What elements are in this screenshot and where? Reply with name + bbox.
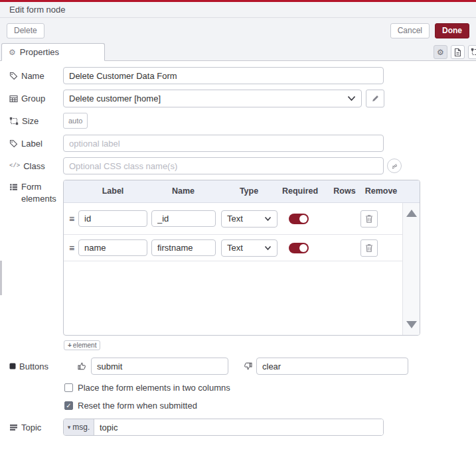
element-label-input[interactable] bbox=[78, 239, 147, 256]
form-elements-list: ≡ Text bbox=[64, 203, 402, 335]
form-element-row: ≡ Text bbox=[64, 235, 402, 261]
field-row-name: Name bbox=[9, 67, 476, 84]
code-icon: </> bbox=[9, 163, 20, 169]
plus-icon: + bbox=[68, 342, 72, 349]
dialog-toolbar: Delete Cancel Done bbox=[0, 18, 476, 43]
tab-actions: ⚙ bbox=[434, 45, 476, 59]
thumbs-down-icon bbox=[243, 362, 252, 371]
scroll-up-icon[interactable] bbox=[406, 210, 417, 217]
field-row-buttons: Buttons bbox=[9, 358, 476, 375]
appearance-group-button[interactable] bbox=[468, 45, 476, 59]
remove-element-button[interactable] bbox=[360, 210, 378, 228]
toggle-knob bbox=[299, 244, 307, 252]
msg-prefix-label: msg. bbox=[72, 423, 90, 432]
left-edge-notch bbox=[0, 261, 2, 295]
caret-down-icon: ▾ bbox=[68, 424, 71, 430]
tabs-bar: ⚙ Properties ⚙ bbox=[0, 43, 476, 61]
object-group-icon bbox=[471, 48, 476, 56]
reset-label: Reset the form when submitted bbox=[78, 401, 197, 411]
class-helper-button[interactable] bbox=[387, 159, 402, 173]
gear-icon: ⚙ bbox=[9, 48, 16, 57]
dialog-titlebar: Edit form node bbox=[0, 2, 476, 18]
clear-button-text-input[interactable] bbox=[256, 358, 408, 375]
list-icon bbox=[9, 183, 18, 191]
label-input[interactable] bbox=[63, 135, 384, 152]
group-label: Group bbox=[9, 94, 63, 103]
square-icon bbox=[9, 363, 16, 369]
size-label: Size bbox=[9, 116, 63, 126]
element-name-input[interactable] bbox=[151, 239, 216, 256]
field-row-class: </> Class bbox=[9, 157, 476, 174]
col-header-rows: Rows bbox=[333, 186, 355, 196]
object-group-icon bbox=[9, 117, 19, 125]
toggle-knob bbox=[299, 215, 307, 223]
delete-button[interactable]: Delete bbox=[7, 23, 44, 38]
tag-icon bbox=[9, 72, 18, 80]
size-value-button[interactable]: auto bbox=[63, 113, 88, 129]
remove-element-button[interactable] bbox=[360, 239, 378, 257]
tasks-icon bbox=[9, 424, 18, 431]
trash-icon bbox=[365, 243, 373, 253]
description-doc-button[interactable] bbox=[451, 45, 465, 59]
tab-properties[interactable]: ⚙ Properties bbox=[1, 43, 105, 61]
drag-handle-icon[interactable]: ≡ bbox=[69, 243, 77, 253]
label-label: Label bbox=[9, 139, 63, 149]
field-row-size: Size auto bbox=[9, 113, 476, 129]
class-input[interactable] bbox=[63, 157, 384, 174]
tab-properties-label: Properties bbox=[20, 47, 59, 57]
tag-icon bbox=[9, 139, 18, 148]
element-label-input[interactable] bbox=[78, 210, 147, 227]
edit-group-button[interactable] bbox=[366, 90, 384, 107]
col-header-label: Label bbox=[102, 186, 124, 196]
group-select[interactable]: Delete customer [home] bbox=[63, 90, 362, 107]
dialog-title: Edit form node bbox=[9, 5, 66, 15]
properties-panel: Name Group Delete customer [home] bbox=[0, 61, 476, 436]
two-columns-option: Place the form elements in two columns bbox=[64, 383, 476, 393]
cancel-button[interactable]: Cancel bbox=[390, 23, 430, 38]
buttons-label: Buttons bbox=[9, 362, 63, 371]
col-header-type: Type bbox=[240, 186, 258, 196]
submit-button-text-input[interactable] bbox=[91, 358, 228, 375]
add-element-button[interactable]: +element bbox=[64, 340, 100, 350]
required-toggle[interactable] bbox=[289, 214, 309, 224]
element-type-select[interactable]: Text bbox=[221, 239, 278, 257]
name-input[interactable] bbox=[63, 67, 384, 84]
document-icon bbox=[453, 48, 462, 57]
edit-form-node-dialog: Edit form node Delete Cancel Done ⚙ Prop… bbox=[0, 0, 476, 436]
list-scrollbar[interactable] bbox=[402, 203, 420, 335]
check-icon: ✓ bbox=[66, 403, 71, 409]
element-type-select[interactable]: Text bbox=[221, 210, 278, 228]
done-button[interactable]: Done bbox=[435, 23, 469, 38]
form-elements-table: Label Name Type Required Rows Remove ≡ bbox=[63, 180, 420, 336]
topic-label: Topic bbox=[9, 423, 63, 432]
gear-icon: ⚙ bbox=[437, 48, 444, 57]
scroll-down-icon[interactable] bbox=[406, 321, 417, 328]
table-icon bbox=[9, 95, 18, 103]
chevron-down-icon bbox=[347, 96, 356, 101]
col-header-name: Name bbox=[172, 186, 195, 196]
required-toggle[interactable] bbox=[289, 243, 309, 253]
msg-type-selector[interactable]: ▾ msg. bbox=[64, 419, 94, 435]
reset-checkbox[interactable]: ✓ bbox=[64, 401, 73, 410]
class-label: </> Class bbox=[9, 161, 63, 171]
topic-input[interactable] bbox=[94, 419, 383, 435]
field-row-group: Group Delete customer [home] bbox=[9, 90, 476, 107]
form-elements-table-header: Label Name Type Required Rows Remove bbox=[64, 180, 420, 203]
thumbs-up-icon bbox=[78, 362, 87, 371]
group-select-value: Delete customer [home] bbox=[69, 94, 161, 103]
form-elements-editor: Label Name Type Required Rows Remove ≡ bbox=[63, 180, 420, 358]
two-columns-label: Place the form elements in two columns bbox=[78, 383, 230, 393]
form-elements-label: Form elements bbox=[9, 181, 63, 204]
chevron-down-icon bbox=[264, 216, 272, 222]
two-columns-checkbox[interactable] bbox=[64, 383, 73, 392]
drag-handle-icon[interactable]: ≡ bbox=[69, 214, 77, 224]
chevron-down-icon bbox=[264, 245, 272, 251]
trash-icon bbox=[365, 214, 373, 224]
reset-option: ✓ Reset the form when submitted bbox=[64, 401, 476, 411]
pencil-icon bbox=[371, 94, 380, 103]
element-name-input[interactable] bbox=[151, 210, 216, 227]
col-header-remove: Remove bbox=[365, 186, 398, 196]
pencil-slash-icon bbox=[391, 163, 398, 170]
field-row-topic: Topic ▾ msg. bbox=[9, 419, 476, 436]
settings-gear-button[interactable]: ⚙ bbox=[434, 45, 447, 59]
